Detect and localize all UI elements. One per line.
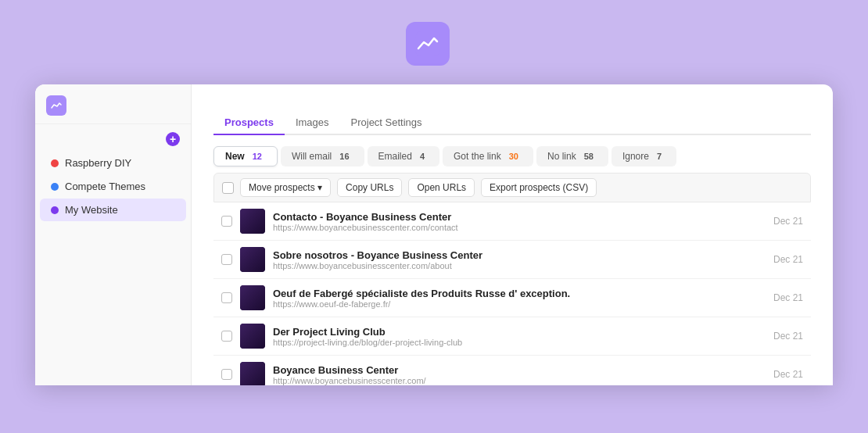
row-url-4: http://www.boyancebusinesscenter.com/ xyxy=(273,376,766,385)
sidebar-logo-icon xyxy=(46,95,66,116)
row-thumb-3 xyxy=(240,324,265,349)
toolbar-btn-3[interactable]: Export prospects (CSV) xyxy=(481,178,597,197)
row-thumb-2 xyxy=(240,285,265,310)
row-name-0: Contacto - Boyance Business Center xyxy=(273,211,766,223)
table-toolbar: Move prospects ▾Copy URLsOpen URLsExport… xyxy=(213,173,811,202)
sidebar-item-label-0: Raspberry DIY xyxy=(65,157,131,169)
sidebar-items-container: Raspberry DIY Compete Themes My Website xyxy=(35,151,191,222)
toolbar-btn-2[interactable]: Open URLs xyxy=(408,178,475,197)
filter-badge-4: 58 xyxy=(580,151,597,162)
sidebar: + Raspberry DIY Compete Themes My Websit… xyxy=(35,84,192,385)
row-date-1: Dec 21 xyxy=(773,254,803,265)
filter-label-5: Ignore xyxy=(622,151,649,162)
select-all-checkbox[interactable] xyxy=(222,182,234,194)
row-info-1: Sobre nosotros - Boyance Business Center… xyxy=(273,249,766,270)
row-url-1: https://www.boyancebusinesscenter.com/ab… xyxy=(273,261,766,270)
sidebar-brand xyxy=(35,84,191,124)
tab-project-settings[interactable]: Project Settings xyxy=(340,111,433,135)
sidebar-item-1[interactable]: Compete Themes xyxy=(40,175,186,198)
row-thumb-1 xyxy=(240,247,265,272)
hero-header xyxy=(0,0,868,84)
tabs: ProspectsImagesProject Settings xyxy=(213,111,811,135)
filter-badge-1: 16 xyxy=(335,151,353,162)
filter-btn-new[interactable]: New12 xyxy=(213,146,278,166)
hero-logo-icon xyxy=(406,22,450,66)
sidebar-item-0[interactable]: Raspberry DIY xyxy=(40,152,186,174)
row-thumb-4 xyxy=(240,362,265,385)
row-thumb-0 xyxy=(240,209,265,234)
filter-label-3: Got the link xyxy=(454,151,501,162)
row-checkbox-2[interactable] xyxy=(221,292,232,303)
row-name-2: Oeuf de Fabergé spécialiste des Produits… xyxy=(273,288,766,299)
filter-badge-5: 7 xyxy=(653,151,665,162)
filter-label-0: New xyxy=(225,151,245,162)
filter-btn-emailed[interactable]: Emailed4 xyxy=(368,146,439,166)
row-name-3: Der Project Living Club xyxy=(273,326,766,338)
row-checkbox-1[interactable] xyxy=(221,254,232,265)
prospect-row: Contacto - Boyance Business Center https… xyxy=(213,202,811,241)
row-url-0: https://www.boyancebusinesscenter.com/co… xyxy=(273,223,766,232)
row-checkbox-3[interactable] xyxy=(221,331,232,342)
filter-btn-will-email[interactable]: Will email16 xyxy=(281,146,364,166)
sidebar-dot-1 xyxy=(51,183,59,191)
tab-images[interactable]: Images xyxy=(285,111,340,135)
toolbar-btn-1[interactable]: Copy URLs xyxy=(337,178,402,197)
filter-badge-0: 12 xyxy=(249,151,266,162)
row-info-2: Oeuf de Fabergé spécialiste des Produits… xyxy=(273,288,766,309)
filter-label-4: No link xyxy=(547,151,576,162)
row-checkbox-0[interactable] xyxy=(221,216,232,227)
filter-btn-ignore[interactable]: Ignore7 xyxy=(612,146,676,166)
prospect-row: Oeuf de Fabergé spécialiste des Produits… xyxy=(213,279,811,317)
filter-label-2: Emailed xyxy=(378,151,412,162)
row-date-4: Dec 21 xyxy=(773,369,803,380)
sidebar-section-header: + xyxy=(35,124,191,151)
main-content: ProspectsImagesProject Settings New12Wil… xyxy=(192,84,833,385)
sidebar-item-label-2: My Website xyxy=(65,204,118,216)
prospects-list: Contacto - Boyance Business Center https… xyxy=(213,202,811,385)
prospect-row: Boyance Business Center http://www.boyan… xyxy=(213,356,811,385)
app-window: + Raspberry DIY Compete Themes My Websit… xyxy=(35,84,833,385)
row-url-3: https://project-living.de/blog/der-proje… xyxy=(273,338,766,347)
tab-prospects[interactable]: Prospects xyxy=(213,111,285,135)
row-name-1: Sobre nosotros - Boyance Business Center xyxy=(273,249,766,261)
prospect-row: Der Project Living Club https://project-… xyxy=(213,317,811,356)
row-info-0: Contacto - Boyance Business Center https… xyxy=(273,211,766,232)
row-checkbox-4[interactable] xyxy=(221,369,232,380)
filter-bar: New12Will email16Emailed4Got the link30N… xyxy=(213,146,811,166)
row-name-4: Boyance Business Center xyxy=(273,364,766,376)
row-info-4: Boyance Business Center http://www.boyan… xyxy=(273,364,766,385)
prospect-row: Sobre nosotros - Boyance Business Center… xyxy=(213,241,811,279)
filter-badge-2: 4 xyxy=(416,151,429,162)
row-date-2: Dec 21 xyxy=(773,292,803,303)
row-url-2: https://www.oeuf-de-faberge.fr/ xyxy=(273,299,766,309)
sidebar-dot-0 xyxy=(51,159,59,167)
sidebar-dot-2 xyxy=(51,206,59,214)
filter-badge-3: 30 xyxy=(505,151,522,162)
sidebar-item-label-1: Compete Themes xyxy=(65,181,145,192)
filter-btn-no-link[interactable]: No link58 xyxy=(536,146,608,166)
row-date-3: Dec 21 xyxy=(773,331,803,342)
filter-label-1: Will email xyxy=(292,151,332,162)
row-info-3: Der Project Living Club https://project-… xyxy=(273,326,766,347)
filter-btn-got-the-link[interactable]: Got the link30 xyxy=(443,146,533,166)
row-date-0: Dec 21 xyxy=(773,216,803,227)
add-site-button[interactable]: + xyxy=(166,132,180,146)
sidebar-item-2[interactable]: My Website xyxy=(40,199,186,221)
toolbar-btn-0[interactable]: Move prospects ▾ xyxy=(240,178,331,197)
